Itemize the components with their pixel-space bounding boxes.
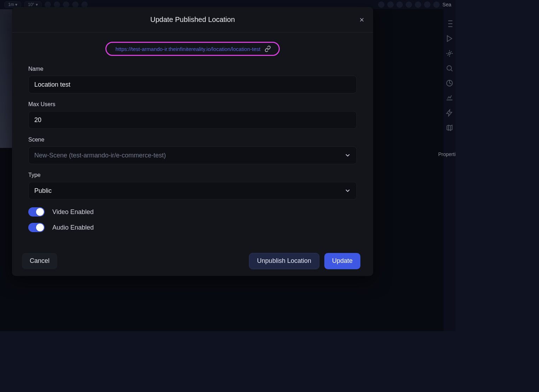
modal-title: Update Published Location (150, 16, 235, 24)
toggle-video-row: Video Enabled (28, 207, 357, 217)
rail-icon[interactable] (446, 50, 453, 57)
toggle-video[interactable] (28, 207, 45, 217)
toggle-audio-row: Audio Enabled (28, 223, 357, 232)
svg-point-1 (447, 66, 452, 70)
link-icon[interactable] (265, 46, 271, 52)
location-url-link[interactable]: https://test-armando-ir.theinfinitereali… (116, 46, 261, 52)
toggle-audio[interactable] (28, 223, 45, 232)
update-button[interactable]: Update (324, 253, 360, 269)
rail-icon[interactable] (446, 79, 453, 87)
modal-body: https://test-armando-ir.theinfinitereali… (12, 33, 373, 246)
label-scene: Scene (28, 137, 357, 143)
field-type: Type Public (28, 172, 357, 200)
toolbar-icon[interactable] (387, 1, 394, 8)
field-max-users: Max Users (28, 101, 357, 129)
rail-icon[interactable] (446, 109, 453, 117)
right-rail (444, 9, 456, 331)
search-stub[interactable]: Sea (442, 2, 451, 7)
update-location-modal: Update Published Location https://test-a… (12, 7, 373, 276)
chevron-down-icon (344, 188, 351, 194)
rail-icon[interactable] (446, 124, 453, 132)
toolbar-icon[interactable] (406, 1, 412, 8)
label-name: Name (28, 66, 357, 72)
label-type: Type (28, 172, 357, 178)
input-name[interactable] (28, 76, 357, 93)
unpublish-button[interactable]: Unpublish Location (249, 253, 319, 269)
select-scene-value: New-Scene (test-armando-ir/e-commerce-te… (34, 152, 166, 159)
rail-icon[interactable] (446, 64, 453, 72)
location-url-pill: https://test-armando-ir.theinfinitereali… (105, 42, 280, 56)
label-max-users: Max Users (28, 101, 357, 108)
rail-icon[interactable] (446, 94, 453, 102)
modal-footer: Cancel Unpublish Location Update (12, 246, 373, 276)
close-button[interactable] (357, 15, 367, 25)
toggle-audio-label: Audio Enabled (52, 224, 94, 231)
select-type[interactable]: Public (28, 182, 357, 200)
input-max-users[interactable] (28, 111, 357, 129)
select-scene[interactable]: New-Scene (test-armando-ir/e-commerce-te… (28, 146, 357, 164)
toolbar-icon[interactable] (433, 1, 440, 8)
modal-header: Update Published Location (12, 7, 373, 33)
toggle-video-label: Video Enabled (52, 208, 94, 216)
chevron-down-icon (344, 152, 351, 158)
svg-point-0 (448, 52, 451, 54)
toolbar-icon[interactable] (396, 1, 403, 8)
rail-icon[interactable] (446, 20, 453, 28)
close-icon (359, 17, 365, 23)
properties-panel-stub: Properti (438, 151, 456, 157)
field-scene: Scene New-Scene (test-armando-ir/e-comme… (28, 137, 357, 164)
rail-icon[interactable] (446, 35, 453, 42)
toolbar-icon[interactable] (415, 1, 421, 8)
select-type-value: Public (34, 187, 52, 195)
field-name: Name (28, 66, 357, 93)
cancel-button[interactable]: Cancel (22, 253, 57, 269)
toolbar-icon[interactable] (378, 1, 384, 8)
toolbar-icon[interactable] (424, 1, 430, 8)
